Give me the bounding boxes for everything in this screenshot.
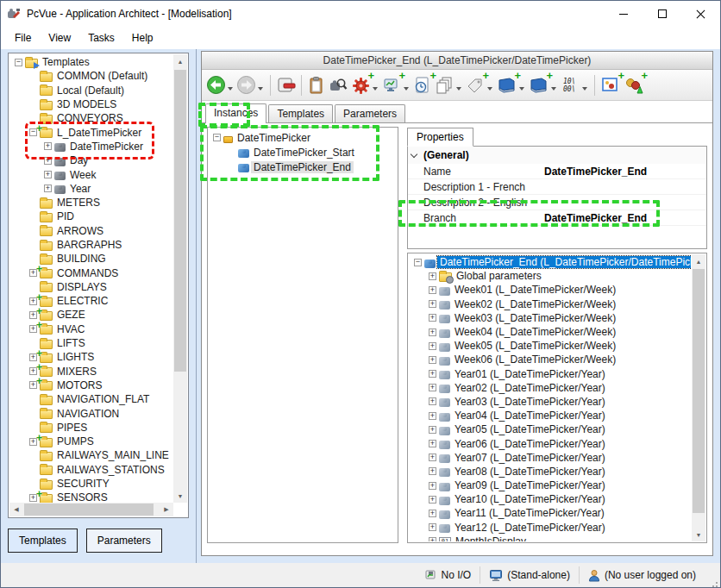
details-tree-item[interactable]: Year06 (L_DateTimePicker/Year) [409,436,691,450]
close-branch-button[interactable] [275,74,297,97]
add-library-button[interactable]: + [495,73,518,97]
expander-icon[interactable] [15,59,22,66]
tree-item[interactable]: PUMPS [9,435,173,448]
add-template-button[interactable]: + [349,73,372,97]
details-tree-item[interactable]: Year11 (L_DateTimePicker/Year) [409,506,691,520]
expander-icon[interactable] [429,328,436,336]
details-tree-item[interactable]: Year05 (L_DateTimePicker/Year) [409,422,691,436]
add-display-button[interactable]: + [380,73,403,97]
expander-icon[interactable] [429,510,436,517]
expander-icon[interactable] [429,523,436,531]
tab-parameters[interactable]: Parameters [335,104,405,122]
properties-section-general[interactable]: (General) [408,147,706,164]
details-vertical-scrollbar[interactable]: ▲ ▼ [692,254,705,541]
tree-item[interactable]: COMMANDS [9,266,173,279]
tree-item[interactable]: DateTimePicker [9,140,173,153]
parameters-view-button[interactable]: Parameters [86,529,162,553]
scroll-thumb[interactable] [693,269,705,513]
expander-icon[interactable] [44,142,52,150]
add-catalog-button[interactable]: + [527,73,550,97]
expander-icon[interactable] [44,171,52,178]
details-tree-item[interactable]: Week04 (L_DateTimePicker/Week) [409,325,691,339]
expander-icon[interactable] [429,397,436,405]
copy-dropdown-icon[interactable] [456,87,461,91]
details-tree-item[interactable]: Year03 (L_DateTimePicker/Year) [409,395,691,409]
tree-item[interactable]: PIPES [9,421,173,435]
close-button[interactable] [681,1,720,27]
expander-icon[interactable] [429,467,436,475]
details-tree-item[interactable]: Week03 (L_DateTimePicker/Week) [409,311,691,325]
scroll-down-icon[interactable]: ▼ [173,489,187,503]
tree-item[interactable]: NAVIGATION [9,406,173,420]
tree-item[interactable]: MIXERS [9,365,173,378]
expander-icon[interactable] [429,454,436,461]
add-library-dropdown-icon[interactable] [519,87,524,91]
tree-item[interactable]: PID [9,210,173,223]
expander-icon[interactable] [213,134,221,141]
tree-item[interactable]: Day [9,153,173,167]
expander-icon[interactable] [429,370,436,378]
tree-item[interactable]: BARGRAPHS [9,238,173,252]
copy-button[interactable] [434,73,455,97]
tree-item[interactable]: Week [9,167,173,181]
add-display-dropdown-icon[interactable] [404,87,409,91]
tree-item[interactable]: GEZE [9,308,173,322]
details-tree-item[interactable]: Year04 (L_DateTimePicker/Year) [409,409,691,422]
tree-item[interactable]: ARROWS [9,224,173,238]
property-row[interactable]: Branch DateTimePicker_End [408,210,706,226]
property-row[interactable]: Description 1 - French [408,179,706,195]
add-catalog-dropdown-icon[interactable] [551,87,556,91]
binary-values-dropdown-icon[interactable] [582,87,587,91]
tree-item[interactable]: LIFTS [9,336,173,350]
details-tree-item[interactable]: Year07 (L_DateTimePicker/Year) [409,451,691,465]
minimize-button[interactable] [604,1,643,27]
instance-tree-item[interactable]: DateTimePicker_End [208,160,398,174]
tab-properties[interactable]: Properties [407,128,473,147]
tree-item[interactable]: L_DateTimePicker [9,125,173,139]
resize-grip[interactable] [716,582,718,584]
property-row[interactable]: Description 2 - English [408,195,706,210]
tree-item[interactable]: RAILWAYS_MAIN_LINE [9,448,173,462]
tab-templates[interactable]: Templates [268,104,333,122]
add-users-button[interactable]: + [622,73,645,97]
add-image-button[interactable]: + [599,73,622,97]
tree-item[interactable]: Local (Default) [9,84,173,97]
tree-item[interactable]: ELECTRIC [9,294,173,308]
tree-item[interactable]: MOTORS [9,378,173,392]
back-dropdown-icon[interactable] [228,87,233,91]
expander-icon[interactable] [44,185,52,192]
menu-item[interactable]: File [6,28,40,47]
tree-item[interactable]: METERS [9,196,173,210]
menu-item[interactable]: Tasks [79,28,123,47]
forward-button[interactable] [235,73,257,97]
expander-icon[interactable] [429,482,436,490]
expander-icon[interactable] [429,496,436,504]
details-tree-item[interactable]: Week05 (L_DateTimePicker/Week) [409,339,691,353]
menu-item[interactable]: Help [123,28,162,47]
scroll-down-icon[interactable]: ▼ [692,528,705,541]
expander-icon[interactable] [429,537,436,541]
property-value[interactable]: DateTimePicker_End [544,212,706,224]
tree-item[interactable]: Year [9,182,173,196]
scroll-right-icon[interactable]: ▶ [160,503,173,516]
details-tree-item[interactable]: Global parameters [409,269,691,283]
maximize-button[interactable] [643,1,681,27]
details-tree-item[interactable]: Week06 (L_DateTimePicker/Week) [409,353,691,366]
add-template-dropdown-icon[interactable] [373,87,378,91]
paste-button[interactable] [306,73,327,97]
tree-item[interactable]: SENSORS [9,491,173,503]
binary-values-button[interactable]: 10\ 00\ [559,73,581,97]
tree-vertical-scrollbar[interactable]: ▲ ▼ [173,54,187,503]
instance-tree-item[interactable]: DateTimePicker_Start [208,145,398,160]
tree-item[interactable]: 3D MODELS [9,97,173,111]
tree-item[interactable]: Templates [9,55,173,69]
scroll-left-icon[interactable]: ◀ [9,503,23,516]
details-tree-item[interactable]: Year01 (L_DateTimePicker/Year) [409,367,691,381]
details-tree-item[interactable]: Year10 (L_DateTimePicker/Year) [409,492,691,506]
menu-item[interactable]: View [40,28,79,47]
tree-item[interactable]: BUILDING [9,252,173,266]
expander-icon[interactable] [429,384,436,391]
expander-icon[interactable] [429,286,436,294]
tree-item[interactable]: CONVEYORS [9,111,173,125]
details-tree-item[interactable]: Year08 (L_DateTimePicker/Year) [409,465,691,479]
